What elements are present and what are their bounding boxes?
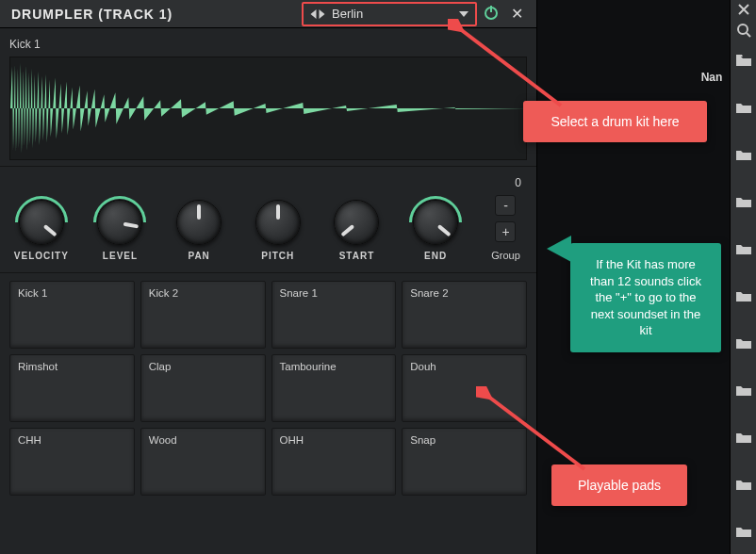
browser-header-label: Nan	[701, 71, 723, 84]
pan-knob[interactable]: PAN	[167, 200, 231, 261]
folder-icon[interactable]	[731, 377, 757, 403]
folder-icon[interactable]	[731, 236, 757, 262]
end-knob[interactable]: END	[403, 200, 468, 261]
group-column: 0 - + Group	[485, 176, 527, 261]
pad-grid: Kick 1 Kick 2 Snare 1 Snare 2 Rimshot Cl…	[0, 273, 536, 507]
folder-icon[interactable]	[731, 141, 757, 168]
callout-group-tip: If the Kit has more than 12 sounds click…	[570, 243, 721, 352]
folder-icon[interactable]	[731, 330, 757, 356]
pad[interactable]: Rimshot	[9, 354, 135, 422]
pad[interactable]: Snare 2	[402, 281, 527, 349]
prev-kit-icon[interactable]	[309, 8, 318, 20]
app-sidebar	[730, 0, 756, 554]
pad[interactable]: Kick 1	[9, 281, 135, 349]
folder-icon[interactable]	[731, 47, 757, 73]
group-plus-button[interactable]: +	[495, 221, 516, 242]
group-label: Group	[491, 250, 520, 261]
folder-icon[interactable]	[731, 518, 757, 545]
plugin-title: DRUMPLER (TRACK 1)	[11, 7, 296, 22]
sidebar-close-icon[interactable]	[731, 4, 757, 15]
svg-line-1	[747, 33, 750, 37]
browser-header: Nan	[694, 71, 730, 84]
kit-name: Berlin	[332, 7, 452, 21]
folder-icon[interactable]	[731, 94, 757, 121]
level-knob[interactable]: LEVEL	[89, 200, 153, 261]
pad[interactable]: OHH	[271, 428, 397, 496]
knob-row: VELOCITY LEVEL PAN PITCH START END 0 - +…	[0, 167, 536, 273]
pad[interactable]: Clap	[140, 354, 266, 422]
svg-line-5	[487, 396, 584, 469]
start-knob[interactable]: START	[325, 200, 389, 261]
svg-line-4	[459, 28, 561, 106]
arrow-to-kit	[448, 19, 570, 113]
callout-group-tail	[547, 236, 571, 262]
pad[interactable]: Wood	[140, 428, 266, 496]
svg-point-0	[738, 24, 748, 34]
pad[interactable]: Snare 1	[271, 281, 397, 349]
group-minus-button[interactable]: -	[495, 195, 516, 216]
next-kit-icon[interactable]	[318, 8, 326, 20]
folder-icon[interactable]	[731, 188, 757, 215]
arrow-to-pads	[476, 386, 599, 481]
folder-icon[interactable]	[731, 283, 757, 309]
pad[interactable]: CHH	[9, 428, 135, 496]
pad[interactable]: Tambourine	[271, 354, 397, 422]
velocity-knob[interactable]: VELOCITY	[9, 200, 74, 261]
group-value: 0	[515, 176, 527, 189]
pitch-knob[interactable]: PITCH	[246, 200, 310, 261]
search-icon[interactable]	[731, 23, 757, 38]
folder-icon[interactable]	[731, 424, 757, 450]
pad[interactable]: Kick 2	[140, 281, 266, 349]
folder-icon[interactable]	[731, 471, 757, 497]
